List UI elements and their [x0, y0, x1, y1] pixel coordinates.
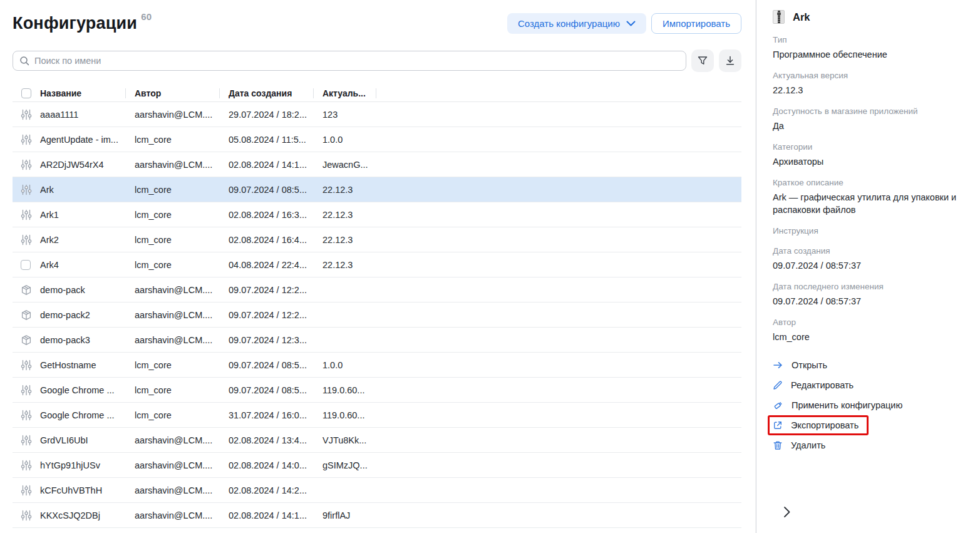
config-name: GrdVLI6UbI — [40, 435, 125, 445]
table-row[interactable]: demo-pack2 aarshavin@LCM.... 09.07.2024 … — [13, 303, 741, 328]
config-created-date: 04.08.2024 / 22:4... — [219, 260, 313, 270]
config-name: Ark1 — [40, 210, 125, 220]
config-author: aarshavin@LCM.... — [125, 460, 219, 470]
column-header-version[interactable]: Актуаль... — [313, 85, 376, 101]
config-name: aaaa1111 — [40, 110, 125, 120]
details-fields: Тип Программное обеспечение Актуальная в… — [773, 35, 970, 343]
action-edit[interactable]: Редактировать — [773, 375, 862, 395]
table-row[interactable]: Ark4 lcm_core 04.08.2024 / 22:4... 22.12… — [13, 252, 741, 277]
table-row[interactable]: AR2DjJW54rX4 aarshavin@LCM.... 02.08.202… — [13, 152, 741, 177]
table-row[interactable]: demo-pack3 aarshavin@LCM.... 09.07.2024 … — [13, 328, 741, 353]
table-row[interactable]: kCFcUhVBThH aarshavin@LCM.... 02.08.2024… — [13, 478, 741, 503]
field-author: Автор lcm_core — [773, 318, 970, 343]
config-created-date: 09.07.2024 / 12:2... — [219, 310, 313, 320]
config-created-date: 02.08.2024 / 14:1... — [219, 510, 313, 520]
chevron-right-icon — [784, 507, 790, 517]
panel-title: Ark — [793, 11, 810, 23]
page-title-text: Конфигурации — [13, 14, 137, 33]
table-row[interactable]: hYtGp91hjUSv aarshavin@LCM.... 02.08.202… — [13, 453, 741, 478]
sliders-icon — [21, 234, 32, 246]
import-button[interactable]: Импортировать — [651, 13, 741, 34]
table-row[interactable]: GetHostname lcm_core 09.07.2024 / 08:5..… — [13, 353, 741, 378]
row-checkbox[interactable] — [21, 260, 31, 270]
table-row[interactable]: AgentUpdate - im... lcm_core 05.08.2024 … — [13, 127, 741, 152]
field-short-description: Краткое описание Ark — графическая утили… — [773, 178, 970, 216]
sliders-icon — [21, 184, 32, 195]
table-row[interactable]: Ark2 lcm_core 02.08.2024 / 16:4... 22.12… — [13, 227, 741, 252]
sliders-icon — [21, 109, 32, 120]
config-version: 1.0.0 — [313, 360, 376, 370]
field-categories: Категории Архиваторы — [773, 142, 970, 168]
search-input[interactable] — [34, 56, 679, 66]
trash-icon — [773, 440, 783, 450]
chevron-down-icon — [626, 21, 636, 27]
config-version: 22.12.3 — [313, 235, 376, 245]
table-row[interactable]: Ark1 lcm_core 02.08.2024 / 16:3... 22.12… — [13, 202, 741, 227]
sliders-icon — [21, 209, 32, 220]
config-name: Google Chrome ... — [40, 385, 125, 395]
action-delete[interactable]: Удалить — [773, 435, 833, 455]
main-area: Конфигурации60 Создать конфигурацию Импо… — [0, 0, 756, 533]
config-author: aarshavin@LCM.... — [125, 110, 219, 120]
export-icon — [773, 420, 783, 430]
sliders-icon — [21, 385, 32, 396]
config-author: aarshavin@LCM.... — [125, 285, 219, 295]
ark-app-icon — [773, 10, 785, 24]
action-apply-configuration[interactable]: Применить конфигурацию — [773, 395, 910, 415]
config-name: Ark — [40, 185, 125, 195]
sliders-icon — [21, 360, 32, 371]
action-open[interactable]: Открыть — [773, 355, 835, 375]
sliders-icon — [21, 410, 32, 421]
config-name: Ark4 — [40, 260, 125, 270]
pencil-icon — [773, 380, 783, 390]
sliders-icon — [21, 510, 32, 521]
config-author: lcm_core — [125, 235, 219, 245]
config-created-date: 05.08.2024 / 11:5... — [219, 135, 313, 145]
config-author: lcm_core — [125, 410, 219, 420]
config-name: kCFcUhVBThH — [40, 485, 125, 495]
package-icon — [21, 284, 32, 296]
action-export[interactable]: Экспортировать — [768, 415, 869, 435]
table-body: aaaa1111 aarshavin@LCM.... 29.07.2024 / … — [13, 102, 741, 528]
field-store-availability: Доступность в магазине приложений Да — [773, 106, 970, 132]
config-name: Ark2 — [40, 235, 125, 245]
table-row[interactable]: demo-pack aarshavin@LCM.... 09.07.2024 /… — [13, 277, 741, 303]
config-version: 22.12.3 — [313, 210, 376, 220]
config-name: demo-pack2 — [40, 310, 125, 320]
search-box[interactable] — [13, 51, 686, 71]
table-row[interactable]: GrdVLI6UbI aarshavin@LCM.... 02.08.2024 … — [13, 428, 741, 453]
config-author: lcm_core — [125, 135, 219, 145]
sliders-icon — [21, 460, 32, 471]
config-author: aarshavin@LCM.... — [125, 310, 219, 320]
column-header-created[interactable]: Дата создания — [219, 85, 313, 101]
sliders-icon — [21, 435, 32, 446]
table-row[interactable]: Google Chrome ... lcm_core 09.07.2024 / … — [13, 378, 741, 403]
create-configuration-button[interactable]: Создать конфигурацию — [507, 13, 646, 34]
table-row[interactable]: aaaa1111 aarshavin@LCM.... 29.07.2024 / … — [13, 102, 741, 127]
config-created-date: 02.08.2024 / 14:1... — [219, 160, 313, 170]
table-row[interactable]: KKXcSJQ2DBj aarshavin@LCM.... 02.08.2024… — [13, 503, 741, 528]
column-header-author[interactable]: Автор — [125, 85, 219, 101]
field-created-date: Дата создания 09.07.2024 / 08:57:37 — [773, 246, 970, 272]
field-type: Тип Программное обеспечение — [773, 35, 970, 61]
page-header: Конфигурации60 Создать конфигурацию Импо… — [13, 11, 741, 34]
config-name: hYtGp91hjUSv — [40, 460, 125, 470]
config-author: lcm_core — [125, 385, 219, 395]
select-all-checkbox[interactable] — [21, 88, 31, 98]
field-instruction: Инструкция — [773, 226, 970, 236]
config-version: 9firflAJ — [313, 510, 376, 520]
config-name: demo-pack3 — [40, 335, 125, 345]
table-row[interactable]: Ark lcm_core 09.07.2024 / 08:5... 22.12.… — [13, 177, 741, 202]
table-row[interactable]: Google Chrome ... lcm_core 31.07.2024 / … — [13, 403, 741, 428]
filter-button[interactable] — [691, 49, 714, 72]
config-author: lcm_core — [125, 360, 219, 370]
column-header-name[interactable]: Название — [40, 85, 125, 101]
config-version: gSIMzJQ... — [313, 460, 376, 470]
config-created-date: 29.07.2024 / 18:2... — [219, 110, 313, 120]
page-title: Конфигурации60 — [13, 11, 152, 33]
create-configuration-label: Создать конфигурацию — [518, 18, 620, 29]
collapse-panel-button[interactable] — [780, 505, 794, 519]
config-created-date: 09.07.2024 / 12:3... — [219, 335, 313, 345]
export-table-button[interactable] — [719, 49, 741, 72]
config-name: GetHostname — [40, 360, 125, 370]
